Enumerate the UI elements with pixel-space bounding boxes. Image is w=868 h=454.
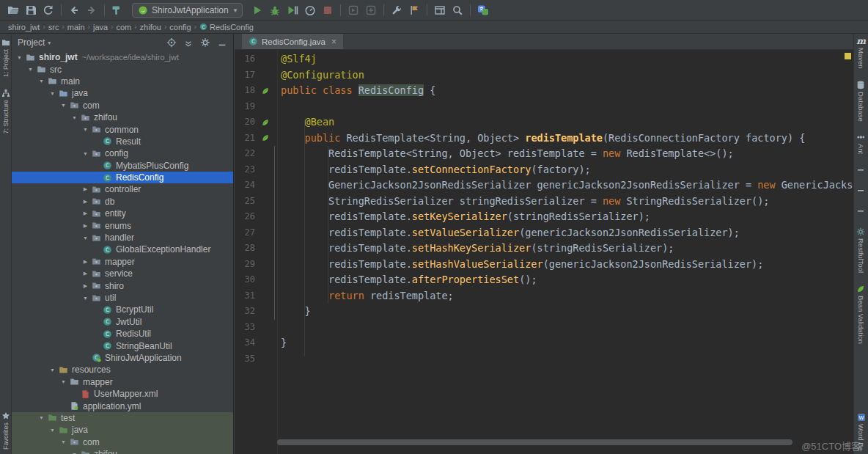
search-button[interactable] — [449, 1, 466, 19]
gutter-spring-icon[interactable] — [255, 114, 276, 131]
tree-item-java[interactable]: ▼java — [12, 87, 233, 99]
code-line-33[interactable]: 33 — [235, 320, 853, 336]
flag-button[interactable] — [405, 1, 423, 19]
line-number[interactable]: 31 — [235, 288, 255, 304]
chevron-collapsed-icon[interactable]: ▶ — [81, 223, 90, 229]
forward-button[interactable] — [83, 1, 100, 19]
code-line-32[interactable]: 32 } — [235, 304, 853, 320]
hide-icon[interactable] — [217, 37, 227, 48]
code-line-16[interactable]: 16@Slf4j — [235, 51, 853, 67]
tool-window-button-1-project[interactable]: 1: Project — [1, 38, 10, 77]
project-panel-title[interactable]: Project — [18, 37, 45, 48]
tree-item-RedisConfig[interactable]: CRedisConfig — [12, 172, 233, 183]
locate-icon[interactable] — [166, 37, 177, 48]
tool-window-button-dash[interactable] — [856, 186, 865, 195]
tree-item-zhifou[interactable]: ▼zhifou — [12, 448, 233, 454]
chevron-collapsed-icon[interactable]: ▶ — [81, 259, 90, 265]
line-number[interactable]: 35 — [235, 351, 255, 367]
wrench-button[interactable] — [388, 1, 405, 19]
chevron-expanded-icon[interactable]: ▼ — [81, 127, 90, 132]
line-number[interactable]: 19 — [235, 99, 255, 115]
code-line-35[interactable]: 35 — [235, 351, 853, 367]
tree-item-enums[interactable]: ▶enums — [12, 219, 233, 231]
line-number[interactable]: 26 — [235, 209, 255, 225]
inspection-marker[interactable] — [845, 53, 851, 59]
breadcrumb-item-zhifou[interactable]: zhifou — [138, 23, 163, 32]
gear-icon[interactable] — [200, 37, 210, 48]
translate-button[interactable] — [474, 1, 492, 19]
chevron-expanded-icon[interactable]: ▼ — [37, 78, 46, 84]
chevron-expanded-icon[interactable]: ▼ — [59, 439, 68, 444]
tree-item-com[interactable]: ▼com — [12, 436, 233, 448]
tree-item-util[interactable]: ▼util — [12, 292, 233, 304]
build-button[interactable] — [108, 1, 126, 19]
tool-window-button-ant[interactable]: Ant — [856, 133, 865, 154]
tree-item-MybatisPlusConfig[interactable]: CMybatisPlusConfig — [12, 160, 233, 172]
code-line-34[interactable]: 34} — [235, 335, 853, 351]
breadcrumb-item-java[interactable]: java — [91, 23, 110, 32]
close-icon[interactable]: × — [331, 37, 336, 47]
tree-item-Result[interactable]: CResult — [12, 136, 233, 147]
tool-window-button-7-structure[interactable]: 7: Structure — [1, 89, 10, 134]
chevron-collapsed-icon[interactable]: ▶ — [81, 210, 90, 216]
disabled1-button[interactable] — [345, 1, 362, 19]
line-number[interactable]: 22 — [235, 146, 255, 162]
gutter-spring-icon[interactable] — [255, 83, 276, 99]
chevron-expanded-icon[interactable]: ▼ — [81, 151, 90, 156]
tree-item-com[interactable]: ▼com — [12, 100, 233, 111]
tool-window-button-bean-validation[interactable]: Bean Validation — [856, 285, 865, 344]
tree-item-common[interactable]: ▼common — [12, 123, 233, 135]
tree-item-entity[interactable]: ▶entity — [12, 208, 233, 219]
editor-tab[interactable]: C RedisConfig.java × — [242, 34, 343, 49]
run-button[interactable] — [249, 1, 266, 19]
breadcrumb-item-shiro_jwt[interactable]: shiro_jwt — [6, 23, 42, 32]
chevron-expanded-icon[interactable]: ▼ — [37, 415, 46, 420]
breadcrumb-item-main[interactable]: main — [65, 23, 87, 32]
sync-button[interactable] — [40, 1, 57, 19]
chevron-expanded-icon[interactable]: ▼ — [26, 67, 35, 72]
tree-item-controller[interactable]: ▶controller — [12, 183, 233, 195]
code-line-18[interactable]: 18public class RedisConfig { — [235, 83, 853, 99]
code-line-20[interactable]: 20 @Bean — [235, 114, 853, 131]
chevron-collapsed-icon[interactable]: ▶ — [81, 199, 90, 205]
chevron-expanded-icon[interactable]: ▼ — [70, 115, 79, 120]
tree-item-handler[interactable]: ▼handler — [12, 232, 233, 244]
breadcrumb-item-src[interactable]: src — [46, 23, 62, 32]
stop-button[interactable] — [319, 1, 336, 19]
disabled2-button[interactable] — [362, 1, 380, 19]
line-number[interactable]: 20 — [235, 114, 255, 131]
line-number[interactable]: 34 — [235, 335, 255, 351]
chevron-expanded-icon[interactable]: ▼ — [81, 235, 90, 241]
debug-button[interactable] — [266, 1, 284, 19]
tree-item-service[interactable]: ▶service — [12, 268, 233, 279]
chevron-expanded-icon[interactable]: ▼ — [59, 103, 68, 108]
line-number[interactable]: 32 — [235, 304, 255, 320]
tree-item-resources[interactable]: ▼resources — [12, 364, 233, 376]
tree-item-ShiroJwtApplication[interactable]: CShiroJwtApplication — [12, 352, 233, 364]
collapse-icon[interactable] — [183, 37, 194, 48]
chevron-expanded-icon[interactable]: ▼ — [59, 379, 68, 384]
tree-item-shiro_jwt[interactable]: ▼shiro_jwt~/workspace/idea/shiro_jwt — [12, 51, 233, 63]
scrollbar-thumb[interactable] — [277, 439, 792, 445]
gutter-spring-icon[interactable] — [255, 131, 276, 147]
tool-window-button-dash[interactable] — [856, 207, 865, 216]
tree-item-StringBeanUtil[interactable]: CStringBeanUtil — [12, 340, 233, 351]
chevron-expanded-icon[interactable]: ▼ — [15, 55, 24, 60]
line-number[interactable]: 16 — [235, 51, 255, 67]
tool-window-button-dash[interactable] — [856, 166, 865, 175]
breadcrumb-item-RedisConfig[interactable]: CRedisConfig — [197, 23, 256, 32]
tree-item-db[interactable]: ▶db — [12, 196, 233, 208]
tree-item-mapper[interactable]: ▶mapper — [12, 256, 233, 268]
line-number[interactable]: 23 — [235, 162, 255, 178]
tool-window-button-favorites[interactable]: Favorites — [1, 411, 10, 450]
chevron-expanded-icon[interactable]: ▼ — [48, 91, 57, 96]
tree-item-config[interactable]: ▼config — [12, 147, 233, 159]
chevron-expanded-icon[interactable]: ▼ — [48, 428, 57, 433]
tool-window-button-database[interactable]: Database — [856, 81, 865, 122]
profiler-button[interactable] — [301, 1, 319, 19]
line-number[interactable]: 18 — [235, 83, 255, 99]
chevron-expanded-icon[interactable]: ▼ — [81, 296, 90, 301]
tree-item-zhifou[interactable]: ▼zhifou — [12, 111, 233, 123]
chevron-collapsed-icon[interactable]: ▶ — [81, 271, 90, 277]
tree-item-test[interactable]: ▼test — [12, 412, 233, 424]
